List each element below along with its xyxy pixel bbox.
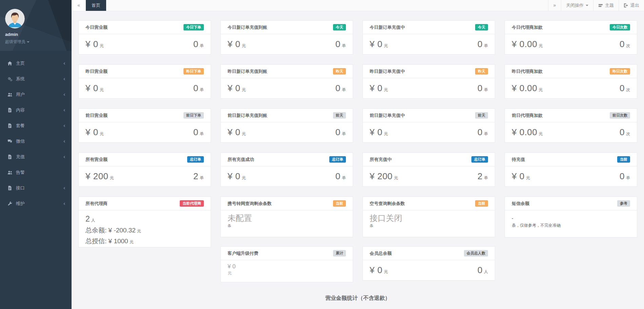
- count-value: 0单: [335, 127, 346, 138]
- stat-card-header: 昨日代理商加款 昨日次数: [505, 65, 637, 78]
- sidebar-item-interface[interactable]: 接口‹: [0, 180, 72, 196]
- money-value: ¥ 0元: [228, 83, 246, 94]
- logout-button[interactable]: 退出: [619, 0, 644, 11]
- stat-card: 前日代理商加款 前日次数 ¥ 0.00元 0次: [505, 108, 637, 143]
- stat-card-header: 今日新订单充值中 今天: [363, 21, 495, 34]
- angle-double-right-icon: »: [553, 2, 556, 8]
- sign-out-icon: [624, 3, 628, 8]
- money-value: ¥ 0.00元: [512, 83, 543, 94]
- stat-card-header: 昨日营业额 昨日下单: [79, 65, 211, 78]
- sidebar: admin 超级管理员 主页‹ 系统‹ 用户‹ 内容‹ 套餐‹ 微信‹: [0, 0, 72, 309]
- empty-card-badge: 当前: [475, 200, 488, 207]
- money-value: ¥ 0元: [370, 127, 388, 138]
- logout-label: 退出: [630, 2, 639, 8]
- sidebar-item-package[interactable]: 套餐‹: [0, 118, 72, 133]
- sidebar-item-label: 主页: [16, 60, 25, 66]
- stat-card-title: 今日新订单充值到账: [228, 24, 267, 30]
- column-stack: 携号转网查询剩余条数 当前 未配置 条 客户端升级付费 累计 ¥ 0 元: [220, 197, 353, 282]
- stat-card-header: 昨日新订单充值中 昨天: [363, 65, 495, 78]
- chevron-left-icon: ‹: [63, 123, 65, 128]
- agents-card-badge: 当前代理商: [180, 200, 204, 207]
- stat-card: 昨日新订单充值到账 昨天 ¥ 0元 0单: [220, 64, 353, 99]
- stat-card-body: ¥ 200元 2单: [363, 166, 495, 186]
- stat-card-title: 前日新订单充值到账: [228, 112, 267, 119]
- chevron-left-icon: ‹: [63, 92, 65, 97]
- stat-card-header: 今日营业额 今日下单: [79, 21, 211, 34]
- stat-card-body: ¥ 0元 0单: [363, 78, 495, 98]
- cogs-icon: [7, 77, 13, 81]
- role-dropdown[interactable]: 超级管理员: [5, 39, 72, 45]
- sidebar-item-label: 微信: [16, 138, 25, 144]
- tab-home[interactable]: 首页: [86, 0, 106, 11]
- stat-card-body: ¥ 0元 0单: [79, 78, 211, 98]
- caret-down-icon: [27, 41, 30, 43]
- stat-card: 所有充值中 总订单 ¥ 200元 2单: [363, 152, 495, 187]
- close-actions-dropdown[interactable]: 关闭操作: [561, 0, 593, 11]
- sidebar-item-label: 系统: [16, 76, 25, 82]
- stat-card-header: 前日新订单充值到账 前天: [221, 109, 353, 122]
- sidebar-item-wechat[interactable]: 微信‹: [0, 133, 72, 149]
- stat-card: 今日新订单充值中 今天 ¥ 0元 0单: [363, 20, 495, 55]
- stat-card-header: 今日代理商加款 今日次数: [505, 21, 637, 34]
- stat-card-title: 昨日新订单充值到账: [228, 68, 267, 75]
- stat-card-badge: 今天: [475, 24, 488, 30]
- stat-card: 待充值 当前 ¥ 0元 0单: [505, 152, 637, 187]
- sidebar-item-recharge[interactable]: 充值‹: [0, 149, 72, 165]
- chevron-left-icon: ‹: [63, 201, 65, 206]
- file-icon: [7, 123, 13, 128]
- client-upgrade-card: 客户端升级付费 累计 ¥ 0 元: [220, 246, 353, 282]
- sms-card-badge: 参考: [617, 200, 630, 207]
- count-value: 0人: [477, 265, 488, 275]
- agents-card-body: 2人 总余额: ¥ -200.32元 总授信: ¥ 1000元: [79, 210, 211, 250]
- stat-card-badge: 前天: [333, 112, 346, 119]
- tabs-scroll-right-button[interactable]: »: [548, 0, 561, 11]
- count-value: 0次: [620, 39, 630, 49]
- angle-double-left-icon: «: [77, 2, 80, 8]
- count-value: 0单: [477, 39, 488, 49]
- sidebar-item-label: 充值: [16, 154, 25, 160]
- tabs-scroll-left-button[interactable]: «: [72, 0, 86, 11]
- stat-card-badge: 总订单: [329, 156, 346, 163]
- sidebar-item-label: 套餐: [16, 123, 25, 129]
- sms-card-title: 短信余额: [512, 201, 529, 207]
- sidebar-item-home[interactable]: 主页‹: [0, 56, 72, 71]
- caret-down-icon: [586, 5, 588, 6]
- stat-card-badge: 昨天: [475, 68, 488, 75]
- stat-card-badge: 当前: [617, 156, 630, 163]
- count-value: 0单: [193, 127, 204, 138]
- topbar: « 首页 » 关闭操作 主题 退出: [72, 0, 644, 11]
- wrench-icon: [7, 201, 13, 206]
- sidebar-item-alert[interactable]: 告警: [0, 165, 72, 180]
- money-value: ¥ 0元: [228, 127, 246, 138]
- upgrade-card-title: 客户端升级付费: [228, 250, 258, 256]
- sidebar-item-system[interactable]: 系统‹: [0, 71, 72, 87]
- theme-button[interactable]: 主题: [593, 0, 619, 11]
- users-icon: [7, 170, 13, 175]
- member-card-badge: 会员总人数: [464, 250, 488, 256]
- stat-card-title: 前日营业额: [85, 112, 108, 119]
- sidebar-item-users[interactable]: 用户‹: [0, 87, 72, 102]
- sidebar-item-label: 用户: [16, 91, 25, 98]
- count-value: 0单: [193, 39, 204, 49]
- role-label: 超级管理员: [5, 39, 25, 44]
- money-value: ¥ 200元: [85, 171, 114, 182]
- sidebar-item-content[interactable]: 内容‹: [0, 102, 72, 118]
- avatar[interactable]: [5, 9, 25, 28]
- sidebar-item-maintenance[interactable]: 维护‹: [0, 196, 72, 211]
- stat-card-body: ¥ 0元 0单: [221, 166, 353, 186]
- stat-card-title: 今日代理商加款: [512, 24, 543, 30]
- money-value: ¥ 0元: [85, 127, 104, 138]
- stat-card-title: 今日营业额: [85, 24, 108, 30]
- stat-card: 今日代理商加款 今日次数 ¥ 0.00元 0次: [505, 20, 637, 55]
- chevron-left-icon: ‹: [63, 154, 65, 160]
- agents-card-title: 所有代理商: [85, 201, 108, 207]
- stat-card: 昨日营业额 昨日下单 ¥ 0元 0单: [78, 64, 211, 99]
- stat-card-title: 所有充值中: [370, 157, 392, 163]
- stat-card-title: 昨日代理商加款: [512, 68, 543, 75]
- sidebar-item-label: 告警: [16, 169, 25, 176]
- stat-card-title: 待充值: [512, 157, 525, 163]
- stat-card-badge: 今日下单: [183, 24, 204, 30]
- stat-card-badge: 前日下单: [183, 112, 204, 119]
- stat-card-header: 前日营业额 前日下单: [79, 109, 211, 122]
- stat-card-header: 今日新订单充值到账 今天: [221, 21, 353, 34]
